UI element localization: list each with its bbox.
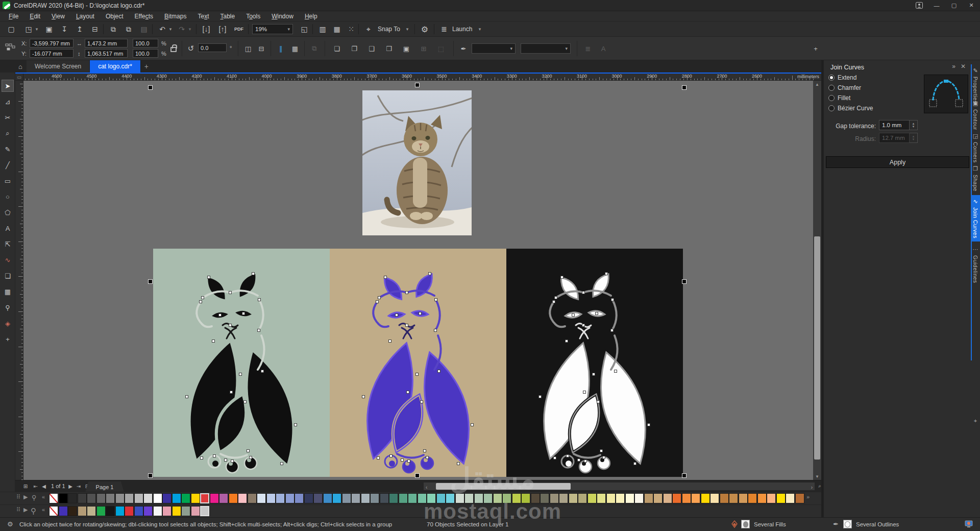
color-swatch[interactable] xyxy=(257,493,266,503)
color-swatch[interactable] xyxy=(559,493,568,503)
undo-icon[interactable]: ↶ xyxy=(156,23,168,35)
arrange-icon-3[interactable]: ❑ xyxy=(365,43,378,54)
docker-collapse-icon[interactable]: » xyxy=(952,63,955,70)
horizontal-scroll-thumb[interactable] xyxy=(436,483,571,490)
color-swatch[interactable] xyxy=(115,493,125,503)
outline-style-combo[interactable]: ▾ xyxy=(521,43,571,54)
color-swatch[interactable] xyxy=(521,493,530,503)
proof-colors-monitor-icon[interactable] xyxy=(965,520,973,529)
account-icon[interactable] xyxy=(911,0,928,11)
color-eyedropper-tool-icon[interactable]: ⚲ xyxy=(2,301,14,313)
color-swatch[interactable] xyxy=(332,493,341,503)
lock-ratio-icon[interactable] xyxy=(170,47,177,52)
logo-variant-panel-1[interactable] xyxy=(153,249,330,477)
scroll-left-icon[interactable]: ‹ xyxy=(426,485,427,490)
add-page-before-icon[interactable]: ⊞ xyxy=(21,482,30,490)
show-rulers-icon[interactable]: ▥ xyxy=(316,23,329,35)
color-swatch[interactable] xyxy=(455,493,464,503)
color-swatch[interactable] xyxy=(342,493,351,503)
docker-tab-corners[interactable]: ◲Corners xyxy=(971,133,980,163)
status-gear-icon[interactable]: ⚙ xyxy=(7,520,13,528)
color-swatch[interactable] xyxy=(408,493,417,503)
two-point-line-tool-icon[interactable]: ╱ xyxy=(2,159,14,171)
color-swatch[interactable] xyxy=(96,506,106,516)
shape-tool-icon[interactable]: ⊿ xyxy=(2,95,14,108)
new-document-icon[interactable]: ▢ xyxy=(5,23,17,35)
gap-tolerance-field[interactable]: 1.0 mm xyxy=(879,120,910,130)
polygon-tool-icon[interactable]: ⬠ xyxy=(2,206,14,219)
selection-handle[interactable] xyxy=(415,473,420,478)
selection-handle[interactable] xyxy=(148,279,153,284)
color-swatch[interactable] xyxy=(200,493,209,503)
color-swatch[interactable] xyxy=(106,493,115,503)
color-swatch[interactable] xyxy=(59,506,68,516)
color-swatch[interactable] xyxy=(295,493,304,503)
menu-layout[interactable]: Layout xyxy=(70,12,100,21)
minimize-button[interactable]: — xyxy=(928,0,945,11)
docker-tab-join-curves[interactable]: ∿Join Curves xyxy=(971,195,980,242)
menu-help[interactable]: Help xyxy=(299,12,323,21)
x-position-field[interactable]: -3,599.797 mm xyxy=(30,39,74,47)
mirror-horizontal-icon[interactable]: ◫ xyxy=(242,43,254,54)
color-swatch[interactable] xyxy=(219,493,228,503)
fill-swatch[interactable] xyxy=(741,520,750,528)
color-swatch[interactable] xyxy=(720,493,729,503)
zoom-tool-icon[interactable]: ⌕ xyxy=(2,127,14,139)
menu-file[interactable]: File xyxy=(3,12,24,21)
color-swatch[interactable] xyxy=(748,493,757,503)
color-swatch[interactable] xyxy=(786,493,795,503)
ellipse-tool-icon[interactable]: ○ xyxy=(2,190,14,203)
color-swatch[interactable] xyxy=(483,493,493,503)
open-from-cloud-icon[interactable]: ↧ xyxy=(58,23,70,35)
color-swatch[interactable] xyxy=(767,493,776,503)
color-swatch[interactable] xyxy=(49,506,58,516)
object-height-field[interactable]: 1,063.517 mm xyxy=(85,49,128,58)
snap-to-dropdown-icon[interactable]: ▾ xyxy=(404,23,410,35)
selection-handle[interactable] xyxy=(682,473,687,478)
menu-bitmaps[interactable]: Bitmaps xyxy=(159,12,192,21)
scroll-up-icon[interactable]: ▲ xyxy=(813,81,821,88)
doc-palette-grip-icon[interactable]: ⠿ xyxy=(16,506,20,513)
color-swatch[interactable] xyxy=(729,493,738,503)
arrange-icon-2[interactable]: ❐ xyxy=(348,43,360,54)
color-swatch[interactable] xyxy=(78,506,87,516)
color-swatch[interactable] xyxy=(540,493,549,503)
color-swatch[interactable] xyxy=(682,493,691,503)
color-swatch[interactable] xyxy=(78,493,87,503)
import-icon[interactable]: [↓] xyxy=(200,23,212,35)
color-swatch[interactable] xyxy=(663,493,672,503)
color-swatch[interactable] xyxy=(68,506,77,516)
cut-icon[interactable]: ⧉ xyxy=(107,23,119,35)
radio-chamfer[interactable] xyxy=(828,85,835,91)
open-dropdown-icon[interactable]: ▾ xyxy=(34,23,40,35)
radio-fillet[interactable] xyxy=(828,95,835,101)
freehand-tool-icon[interactable]: ✎ xyxy=(2,143,14,155)
doc-palette-scroll-left-icon[interactable]: « xyxy=(42,506,45,513)
outline-swatch[interactable] xyxy=(843,520,852,528)
more-tools-icon[interactable]: + xyxy=(2,333,14,345)
color-swatch[interactable] xyxy=(162,493,172,503)
customize-plus-icon[interactable]: + xyxy=(810,43,822,54)
color-swatch[interactable] xyxy=(644,493,653,503)
color-swatch[interactable] xyxy=(125,493,134,503)
last-page-icon[interactable]: ⇥ xyxy=(75,482,83,490)
radio-label[interactable]: Fillet xyxy=(838,94,850,102)
menu-table[interactable]: Table xyxy=(214,12,240,21)
scroll-down-icon[interactable]: ▼ xyxy=(813,473,821,480)
object-width-field[interactable]: 1,473.2 mm xyxy=(85,39,128,47)
color-swatch[interactable] xyxy=(172,493,181,503)
color-swatch[interactable] xyxy=(153,493,162,503)
color-swatch[interactable] xyxy=(87,493,96,503)
color-swatch[interactable] xyxy=(134,493,143,503)
color-swatch[interactable] xyxy=(313,493,323,503)
open-icon[interactable]: ◳ xyxy=(22,23,35,35)
radio-label[interactable]: Chamfer xyxy=(838,84,861,91)
fullscreen-icon[interactable]: ◱ xyxy=(298,23,310,35)
color-swatch[interactable] xyxy=(418,493,427,503)
pick-tool-icon[interactable]: ➤ xyxy=(2,80,14,92)
color-swatch[interactable] xyxy=(370,493,379,503)
color-swatch[interactable] xyxy=(512,493,521,503)
rotation-angle-field[interactable]: 0.0 xyxy=(198,43,227,52)
new-tab-icon[interactable]: + xyxy=(141,60,152,73)
radio-label[interactable]: Extend xyxy=(838,74,856,81)
